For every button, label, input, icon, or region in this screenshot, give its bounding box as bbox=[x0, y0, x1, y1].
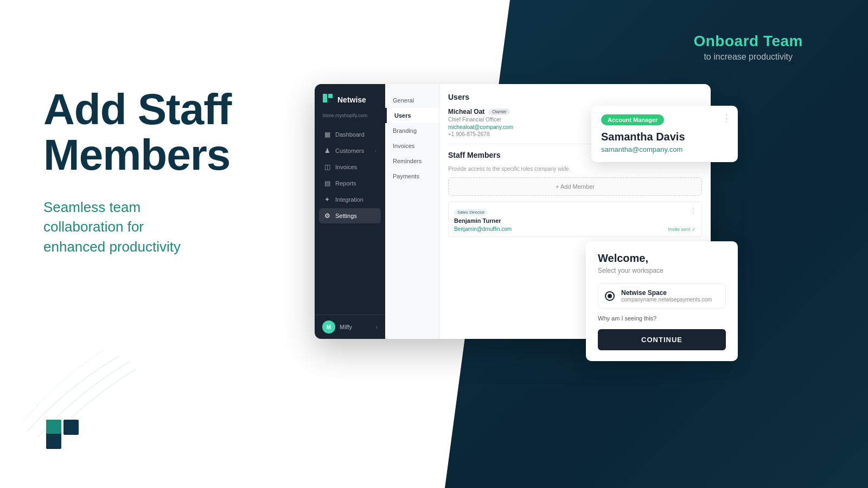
account-manager-card: ⋮ Account Manager Samantha Davis samanth… bbox=[591, 106, 738, 162]
sidebar-item-invoices[interactable]: ◫ Invoices bbox=[319, 159, 381, 175]
account-manager-name: Samantha Davis bbox=[601, 131, 728, 143]
sidebar-username: Miffy bbox=[340, 324, 352, 330]
sub-nav-general[interactable]: General bbox=[385, 93, 439, 108]
decorative-curves bbox=[22, 345, 141, 445]
staff-section-desc: Provide access to the specific roles com… bbox=[448, 166, 702, 172]
ui-mockup: Netwise Store.myshopify.com ▦ Dashboard … bbox=[315, 84, 738, 355]
svg-rect-2 bbox=[46, 420, 61, 434]
workspace-option[interactable]: Netwise Space companyname.netwisepayment… bbox=[598, 283, 726, 309]
staff-role-badge: Sales Director bbox=[454, 209, 488, 215]
radio-fill bbox=[608, 294, 612, 298]
users-section-title: Users bbox=[448, 93, 702, 101]
sidebar-logo-icon bbox=[322, 93, 333, 106]
workspace-url: companyname.netwisepayments.com bbox=[621, 297, 712, 303]
workspace-radio bbox=[605, 291, 615, 301]
welcome-title: Welcome, bbox=[598, 252, 726, 265]
add-member-button[interactable]: + Add Member bbox=[448, 177, 702, 196]
welcome-card: Welcome, Select your workspace Netwise S… bbox=[586, 241, 738, 361]
sidebar-header: Netwise bbox=[315, 84, 385, 111]
onboard-title-prefix: Onboard bbox=[693, 33, 763, 49]
sub-nav-branding[interactable]: Branding bbox=[385, 123, 439, 138]
continue-button[interactable]: CONTINUE bbox=[598, 329, 726, 350]
settings-sub-nav: General Users Branding Invoices Reminder… bbox=[385, 84, 439, 339]
why-link[interactable]: Why am I seeing this? bbox=[598, 315, 726, 322]
sub-nav-invoices[interactable]: Invoices bbox=[385, 138, 439, 153]
sidebar-item-customers[interactable]: ♟ Customers › bbox=[319, 143, 381, 158]
staff-name: Benjamin Turner bbox=[454, 217, 696, 224]
svg-rect-4 bbox=[328, 94, 333, 98]
onboard-subtitle: to increase productivity bbox=[693, 52, 803, 62]
sub-nav-payments[interactable]: Payments bbox=[385, 169, 439, 184]
hero-content: Add Staff Members Seamless team collabor… bbox=[43, 87, 232, 256]
invite-status: Invite sent ✓ bbox=[668, 227, 696, 232]
account-manager-options[interactable]: ⋮ bbox=[722, 112, 731, 124]
staff-card-options[interactable]: ⋮ bbox=[690, 206, 697, 215]
customers-icon: ♟ bbox=[323, 147, 331, 155]
sidebar-item-settings[interactable]: ⚙ Settings bbox=[319, 208, 381, 223]
sidebar-footer-arrow: › bbox=[376, 324, 378, 330]
staff-card: ⋮ Sales Director Benjamin Turner Benjami… bbox=[448, 201, 702, 237]
sidebar-brand-name: Netwise bbox=[337, 95, 366, 104]
onboard-title: Onboard Team bbox=[693, 33, 803, 50]
sidebar-item-integration[interactable]: ✦ Integration bbox=[319, 192, 381, 207]
workspace-name: Netwise Space bbox=[621, 289, 712, 297]
dashboard-icon: ▦ bbox=[323, 131, 331, 138]
reports-icon: ▤ bbox=[323, 179, 331, 187]
sidebar-item-label: Invoices bbox=[335, 164, 357, 170]
sidebar-item-label: Integration bbox=[335, 196, 363, 203]
sidebar-item-label: Settings bbox=[335, 213, 357, 219]
svg-rect-1 bbox=[63, 420, 79, 435]
settings-icon: ⚙ bbox=[323, 212, 331, 220]
owner-name: Micheal Oat bbox=[448, 108, 484, 115]
hero-subtitle: Seamless team collaboration for enhanced… bbox=[43, 197, 232, 256]
sidebar-item-reports[interactable]: ▤ Reports bbox=[319, 176, 381, 191]
sidebar-nav: ▦ Dashboard ♟ Customers › ◫ Invoices ▤ R… bbox=[315, 125, 385, 314]
sub-nav-reminders[interactable]: Reminders bbox=[385, 153, 439, 169]
sidebar-item-dashboard[interactable]: ▦ Dashboard bbox=[319, 127, 381, 142]
user-avatar: M bbox=[322, 320, 335, 333]
owner-badge: Owner bbox=[489, 108, 510, 115]
account-manager-email: samantha@company.com bbox=[601, 145, 728, 153]
sidebar-item-label: Reports bbox=[335, 180, 356, 187]
sidebar-item-label: Dashboard bbox=[335, 131, 365, 138]
sub-nav-users[interactable]: Users bbox=[385, 108, 439, 123]
brand-logo-bottom bbox=[43, 415, 81, 455]
account-manager-badge: Account Manager bbox=[601, 114, 664, 125]
sidebar-item-label: Customers bbox=[335, 147, 364, 154]
onboard-title-highlight: Team bbox=[763, 33, 803, 49]
svg-rect-3 bbox=[323, 94, 327, 102]
invoices-icon: ◫ bbox=[323, 163, 331, 171]
welcome-subtitle: Select your workspace bbox=[598, 267, 726, 274]
sidebar-store-url: Store.myshopify.com bbox=[315, 111, 385, 125]
header-onboard: Onboard Team to increase productivity bbox=[693, 33, 803, 62]
sidebar-footer: M Miffy › bbox=[315, 314, 385, 339]
hero-title: Add Staff Members bbox=[43, 87, 232, 178]
staff-email: Benjamin@dmuffin.com bbox=[454, 226, 512, 232]
integration-icon: ✦ bbox=[323, 196, 331, 203]
app-sidebar: Netwise Store.myshopify.com ▦ Dashboard … bbox=[315, 84, 385, 339]
